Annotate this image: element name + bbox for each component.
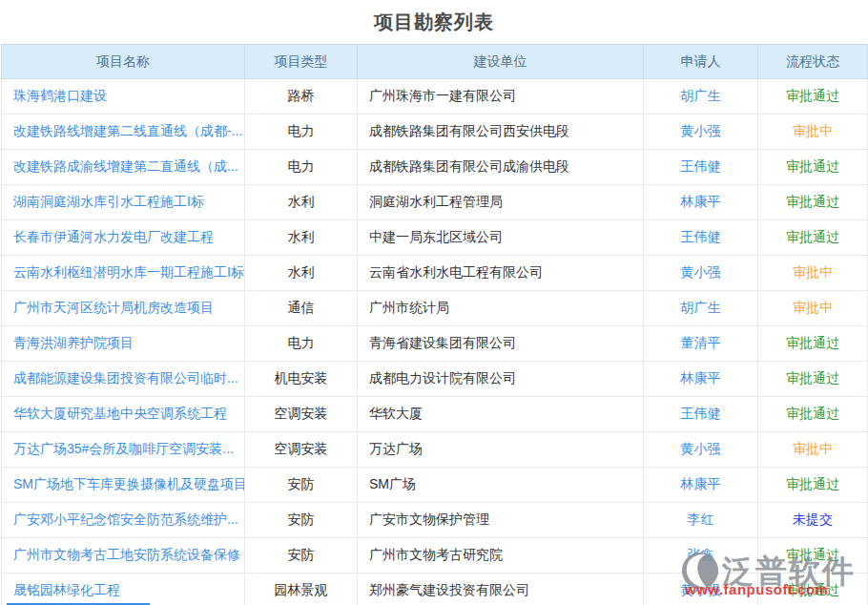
status-label: 未提交: [758, 503, 868, 538]
project-name-link[interactable]: 华软大厦研究基地中央空调系统工程: [13, 406, 227, 421]
applicant-link[interactable]: 王伟健: [681, 158, 721, 174]
table-row: 湖南洞庭湖水库引水工程施工I标水利洞庭湖水利工程管理局林康平审批通过: [2, 185, 868, 220]
table-row: 广州市文物考古工地安防系统设备保修安防广州市文物考古研究院张鑫审批通过: [2, 538, 868, 574]
project-type: 安防: [245, 538, 358, 574]
column-header-1: 项目类型: [245, 45, 358, 79]
table-row: 晟铭园林绿化工程园林景观郑州豪气建设投资有限公司黄小强审批通过: [2, 574, 868, 605]
project-type: 电力: [245, 150, 358, 185]
project-name-link[interactable]: 青海洪湖养护院项目: [13, 335, 134, 350]
project-name-link-cell: 改建铁路成渝线增建第二直通线（成...: [2, 150, 245, 185]
project-name-link-cell: 广安邓小平纪念馆安全防范系统维护...: [2, 503, 245, 538]
project-name-link[interactable]: 成都能源建设集团投资有限公司临时...: [13, 370, 238, 386]
status-label: 审批通过: [758, 538, 868, 574]
applicant-link[interactable]: 胡广生: [681, 88, 721, 103]
applicant-link-cell: 林康平: [644, 468, 758, 503]
applicant-link-cell: 黄小强: [644, 432, 758, 468]
table-header-row: 项目名称项目类型建设单位申请人流程状态: [2, 45, 868, 79]
project-name-link[interactable]: 改建铁路线增建第二线直通线（成都-...: [13, 123, 242, 138]
project-name-link[interactable]: 改建铁路成渝线增建第二直通线（成...: [13, 158, 238, 174]
applicant-link[interactable]: 王伟健: [681, 406, 721, 421]
applicant-link[interactable]: 李红: [688, 511, 714, 527]
applicant-link[interactable]: 黄小强: [681, 123, 721, 138]
applicant-link-cell: 林康平: [644, 362, 758, 397]
table-row: 青海洪湖养护院项目电力青海省建设集团有限公司董清平审批通过: [2, 326, 868, 362]
applicant-link-cell: 李红: [644, 503, 758, 538]
applicant-link-cell: 林康平: [644, 185, 758, 220]
table-row: 万达广场35#会所及咖啡厅空调安装...空调安装万达广场黄小强审批中: [2, 432, 868, 468]
construction-unit: 郑州豪气建设投资有限公司: [358, 574, 644, 605]
applicant-link-cell: 胡广生: [644, 79, 758, 115]
table-row: 珠海鹤港口建设路桥广州珠海市一建有限公司胡广生审批通过: [2, 79, 868, 115]
column-header-3: 申请人: [644, 45, 758, 79]
page-title: 项目勘察列表: [0, 0, 868, 44]
status-label: 审批通过: [758, 362, 868, 397]
status-label: 审批通过: [758, 326, 868, 362]
construction-unit: 洞庭湖水利工程管理局: [358, 185, 644, 220]
applicant-link[interactable]: 林康平: [681, 476, 721, 491]
construction-unit: 广安市文物保护管理: [358, 503, 644, 538]
applicant-link-cell: 张鑫: [644, 538, 758, 574]
project-name-link-cell: 改建铁路线增建第二线直通线（成都-...: [2, 115, 245, 150]
table-body: 珠海鹤港口建设路桥广州珠海市一建有限公司胡广生审批通过改建铁路线增建第二线直通线…: [2, 79, 868, 605]
project-name-link[interactable]: 湖南洞庭湖水库引水工程施工I标: [13, 194, 204, 209]
project-name-link[interactable]: 广安邓小平纪念馆安全防范系统维护...: [13, 511, 238, 527]
project-name-link-cell: 华软大厦研究基地中央空调系统工程: [2, 397, 245, 432]
project-name-link[interactable]: 云南水利枢纽潜明水库一期工程施工I标: [13, 264, 244, 280]
project-name-link-cell: 广州市天河区统计局机房改造项目: [2, 291, 245, 326]
status-label: 审批通过: [758, 79, 868, 115]
applicant-link[interactable]: 王伟健: [681, 229, 721, 244]
table-row: 广安邓小平纪念馆安全防范系统维护...安防广安市文物保护管理李红未提交: [2, 503, 868, 538]
project-type: 通信: [245, 291, 358, 326]
construction-unit: 中建一局东北区域公司: [358, 220, 644, 256]
project-name-link-cell: 青海洪湖养护院项目: [2, 326, 245, 362]
status-label: 审批中: [758, 115, 868, 150]
applicant-link-cell: 王伟健: [644, 397, 758, 432]
project-name-link[interactable]: 长春市伊通河水力发电厂改建工程: [13, 229, 214, 244]
project-type: 水利: [245, 220, 358, 256]
applicant-link[interactable]: 黄小强: [681, 441, 721, 456]
status-label: 审批通过: [758, 468, 868, 503]
status-label: 审批通过: [758, 150, 868, 185]
project-name-link[interactable]: 广州市文物考古工地安防系统设备保修: [13, 547, 240, 562]
project-type: 安防: [245, 503, 358, 538]
applicant-link[interactable]: 林康平: [681, 194, 721, 209]
project-name-link-cell: 长春市伊通河水力发电厂改建工程: [2, 220, 245, 256]
status-label: 审批通过: [758, 220, 868, 256]
table-row: 成都能源建设集团投资有限公司临时...机电安装成都电力设计院有限公司林康平审批通…: [2, 362, 868, 397]
project-name-link-cell: 晟铭园林绿化工程: [2, 574, 245, 605]
construction-unit: 云南省水利水电工程有限公司: [358, 256, 644, 291]
applicant-link-cell: 董清平: [644, 326, 758, 362]
applicant-link[interactable]: 董清平: [681, 335, 721, 350]
applicant-link[interactable]: 张鑫: [688, 547, 714, 562]
table-row: 长春市伊通河水力发电厂改建工程水利中建一局东北区域公司王伟健审批通过: [2, 220, 868, 256]
column-header-0: 项目名称: [2, 45, 245, 79]
status-label: 审批中: [758, 291, 868, 326]
project-type: 电力: [245, 115, 358, 150]
applicant-link-cell: 王伟健: [644, 220, 758, 256]
applicant-link[interactable]: 林康平: [681, 370, 721, 386]
project-name-link[interactable]: 晟铭园林绿化工程: [13, 582, 120, 597]
project-name-link[interactable]: 广州市天河区统计局机房改造项目: [13, 300, 214, 315]
construction-unit: 万达广场: [358, 432, 644, 468]
construction-unit: 成都铁路集团有限公司成渝供电段: [358, 150, 644, 185]
construction-unit: 广州珠海市一建有限公司: [358, 79, 644, 115]
project-name-link[interactable]: SM广场地下车库更换摄像机及硬盘项目: [13, 476, 245, 491]
column-header-2: 建设单位: [358, 45, 644, 79]
applicant-link[interactable]: 黄小强: [681, 582, 721, 597]
project-name-link-cell: 成都能源建设集团投资有限公司临时...: [2, 362, 245, 397]
project-name-link[interactable]: 珠海鹤港口建设: [13, 88, 107, 103]
applicant-link-cell: 王伟健: [644, 150, 758, 185]
status-label: 审批通过: [758, 574, 868, 605]
table-row: 广州市天河区统计局机房改造项目通信广州市统计局胡广生审批中: [2, 291, 868, 326]
applicant-link[interactable]: 胡广生: [681, 300, 721, 315]
table-row: 改建铁路线增建第二线直通线（成都-...电力成都铁路集团有限公司西安供电段黄小强…: [2, 115, 868, 150]
project-name-link-cell: 万达广场35#会所及咖啡厅空调安装...: [2, 432, 245, 468]
project-survey-table: 项目名称项目类型建设单位申请人流程状态 珠海鹤港口建设路桥广州珠海市一建有限公司…: [1, 44, 868, 605]
applicant-link[interactable]: 黄小强: [681, 264, 721, 280]
applicant-link-cell: 胡广生: [644, 291, 758, 326]
status-label: 审批中: [758, 432, 868, 468]
applicant-link-cell: 黄小强: [644, 115, 758, 150]
project-name-link-cell: 湖南洞庭湖水库引水工程施工I标: [2, 185, 245, 220]
project-name-link[interactable]: 万达广场35#会所及咖啡厅空调安装...: [13, 441, 234, 456]
project-name-link-cell: 珠海鹤港口建设: [2, 79, 245, 115]
